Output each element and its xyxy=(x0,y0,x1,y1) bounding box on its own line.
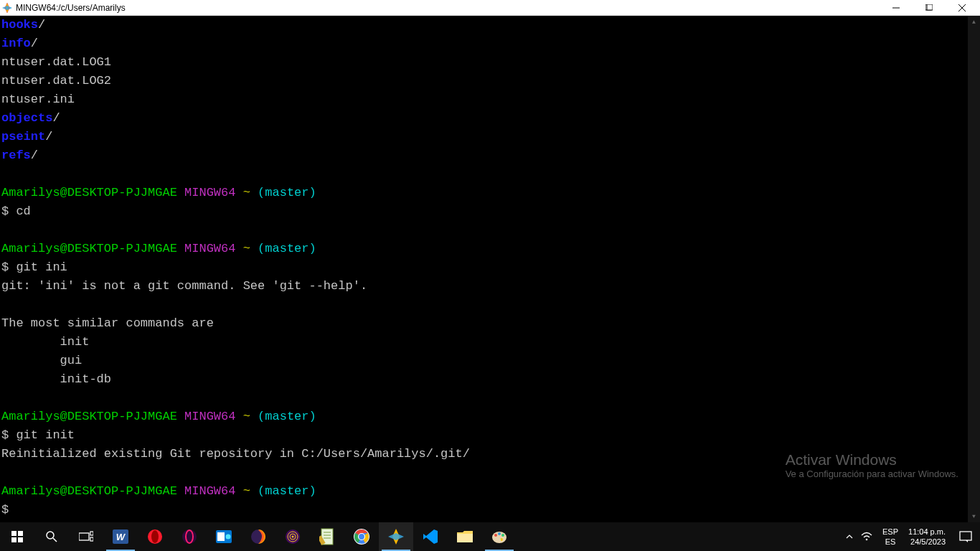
taskbar-app-opera[interactable] xyxy=(138,522,172,551)
svg-rect-15 xyxy=(90,532,93,535)
watermark-title: Activar Windows xyxy=(786,451,958,468)
start-button[interactable] xyxy=(0,522,34,551)
window-controls xyxy=(880,0,979,15)
svg-rect-5 xyxy=(927,4,933,10)
tray-clock[interactable]: 11:04 p.m. 24/5/2023 xyxy=(903,527,951,547)
terminal-area: hooks/info/ntuser.dat.LOG1ntuser.dat.LOG… xyxy=(0,16,980,522)
svg-point-30 xyxy=(292,536,294,538)
terminal-command: $ cd xyxy=(1,202,966,221)
terminal-line: ntuser.ini xyxy=(1,90,966,109)
svg-point-12 xyxy=(47,532,54,539)
svg-rect-50 xyxy=(960,532,971,540)
window-title: MINGW64:/c/Users/Amarilys xyxy=(16,3,880,13)
svg-point-49 xyxy=(866,539,868,541)
svg-point-44 xyxy=(494,534,497,537)
tray-icons[interactable] xyxy=(839,532,878,542)
terminal-line: hooks/ xyxy=(1,16,966,34)
tray-chevron-up-icon[interactable] xyxy=(845,532,854,541)
svg-point-21 xyxy=(182,529,197,544)
terminal-command: $ git init xyxy=(1,426,966,445)
terminal-output xyxy=(1,296,966,314)
notifications-button[interactable] xyxy=(951,531,980,542)
scrollbar[interactable]: ▲ ▼ xyxy=(968,16,980,522)
terminal[interactable]: hooks/info/ntuser.dat.LOG1ntuser.dat.LOG… xyxy=(0,16,968,522)
taskbar-app-firefox[interactable] xyxy=(241,522,275,551)
terminal-output: The most similar commands are xyxy=(1,314,966,333)
watermark-subtitle: Ve a Configuración para activar Windows. xyxy=(786,468,958,479)
taskbar-left: W xyxy=(0,522,517,551)
taskbar-app-tor[interactable] xyxy=(275,522,310,551)
terminal-line: ntuser.dat.LOG1 xyxy=(1,53,966,72)
task-view-button[interactable] xyxy=(69,522,103,551)
terminal-line xyxy=(1,165,966,184)
tray-lang-secondary: ES xyxy=(882,537,898,547)
app-icon xyxy=(1,2,13,14)
terminal-prompt: Amarilys@DESKTOP-PJJMGAE MINGW64 ~ (mast… xyxy=(1,240,966,258)
svg-marker-1 xyxy=(2,6,12,10)
tray-lang-primary: ESP xyxy=(882,527,898,537)
windows-activation-watermark: Activar Windows Ve a Configuración para … xyxy=(786,451,958,479)
close-button[interactable] xyxy=(946,0,979,16)
taskbar-app-mail[interactable] xyxy=(207,522,241,551)
terminal-line: refs/ xyxy=(1,146,966,165)
svg-rect-10 xyxy=(11,537,17,542)
svg-marker-41 xyxy=(388,533,404,540)
terminal-command: $ xyxy=(1,501,966,519)
taskbar-app-explorer[interactable] xyxy=(448,522,482,551)
terminal-command: $ git ini xyxy=(1,258,966,277)
taskbar-app-vscode[interactable] xyxy=(413,522,448,551)
terminal-output: git: 'ini' is not a git command. See 'gi… xyxy=(1,277,966,296)
scrollbar-down-icon[interactable]: ▼ xyxy=(968,510,980,522)
svg-rect-42 xyxy=(457,534,473,542)
svg-rect-11 xyxy=(18,537,23,542)
terminal-line: info/ xyxy=(1,34,966,53)
svg-rect-48 xyxy=(498,538,501,542)
svg-rect-8 xyxy=(11,531,17,536)
svg-rect-24 xyxy=(217,532,225,541)
terminal-line: objects/ xyxy=(1,109,966,128)
terminal-line xyxy=(1,389,966,408)
terminal-prompt: Amarilys@DESKTOP-PJJMGAE MINGW64 ~ (mast… xyxy=(1,408,966,426)
taskbar-app-gitbash[interactable] xyxy=(379,522,413,551)
terminal-line: ntuser.dat.LOG2 xyxy=(1,72,966,90)
terminal-output: init-db xyxy=(1,370,966,389)
terminal-output: gui xyxy=(1,352,966,370)
svg-rect-16 xyxy=(90,537,93,541)
terminal-prompt: Amarilys@DESKTOP-PJJMGAE MINGW64 ~ (mast… xyxy=(1,184,966,202)
wifi-icon[interactable] xyxy=(861,532,872,542)
svg-point-46 xyxy=(501,534,504,537)
svg-text:W: W xyxy=(116,532,126,542)
svg-rect-9 xyxy=(18,531,23,536)
tray-language[interactable]: ESP ES xyxy=(878,527,903,547)
taskbar-app-notepadpp[interactable] xyxy=(310,522,344,551)
tray-time: 11:04 p.m. xyxy=(908,527,946,537)
minimize-button[interactable] xyxy=(880,0,913,16)
terminal-line: pseint/ xyxy=(1,128,966,146)
taskbar-app-paint[interactable] xyxy=(482,522,517,551)
taskbar-right: ESP ES 11:04 p.m. 24/5/2023 xyxy=(839,522,980,551)
tray-date: 24/5/2023 xyxy=(908,537,946,547)
svg-point-45 xyxy=(498,532,501,535)
scrollbar-up-icon[interactable]: ▲ xyxy=(968,16,980,28)
svg-line-13 xyxy=(53,538,57,542)
terminal-output: init xyxy=(1,333,966,352)
taskbar: W xyxy=(0,522,980,551)
maximize-button[interactable] xyxy=(913,0,946,16)
svg-point-25 xyxy=(226,534,231,540)
taskbar-app-operagx[interactable] xyxy=(172,522,207,551)
terminal-line xyxy=(1,221,966,240)
window-titlebar: MINGW64:/c/Users/Amarilys xyxy=(0,0,980,16)
terminal-prompt: Amarilys@DESKTOP-PJJMGAE MINGW64 ~ (mast… xyxy=(1,482,966,501)
svg-rect-14 xyxy=(79,533,89,540)
svg-point-20 xyxy=(151,530,159,543)
search-button[interactable] xyxy=(34,522,69,551)
taskbar-app-word[interactable]: W xyxy=(103,522,138,551)
taskbar-app-chrome[interactable] xyxy=(344,522,379,551)
